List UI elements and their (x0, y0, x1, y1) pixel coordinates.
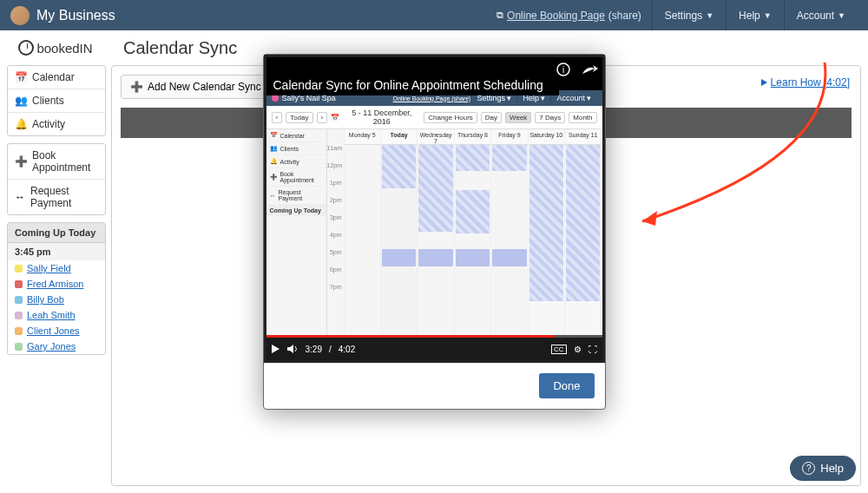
app-logo[interactable]: bookedIN (0, 40, 111, 56)
settings-menu[interactable]: Settings▼ (652, 0, 726, 30)
online-booking-link[interactable]: Online Booking Page (507, 10, 605, 22)
volume-icon[interactable] (286, 344, 299, 354)
appointment-row: Fred Armison (8, 276, 105, 292)
done-button[interactable]: Done (539, 373, 594, 398)
brand-title: My Business (36, 8, 496, 23)
help-menu[interactable]: Help▼ (726, 0, 784, 30)
coming-up-header: Coming Up Today (8, 223, 105, 243)
video-content: Sally's Nail Spa Online Booking Page (sh… (266, 57, 602, 335)
appointment-row: Sally Field (8, 260, 105, 276)
video-player[interactable]: i Calendar Sync for Online Appointment S… (264, 55, 605, 363)
svg-text:i: i (562, 65, 563, 75)
sidebar-item-label: Activity (32, 118, 65, 130)
appointment-link[interactable]: Client Jones (27, 325, 80, 336)
video-time-current: 3:29 (306, 345, 322, 354)
question-icon: ? (802, 462, 815, 475)
appointment-link[interactable]: Leah Smith (27, 310, 76, 320)
video-progress[interactable] (266, 335, 602, 338)
sidebar-item-label: Calendar (32, 71, 75, 83)
video-controls: 3:29 / 4:02 CC ⚙ ⛶ (266, 338, 602, 360)
sidebar-item-label: Request Payment (30, 185, 98, 209)
play-icon (761, 79, 767, 86)
logo-text: bookedIN (36, 41, 92, 56)
payment-icon: ↔ (15, 191, 25, 203)
coming-up-panel: Coming Up Today 3:45 pm Sally Field Fred… (7, 222, 106, 355)
add-calendar-sync-button[interactable]: ➕Add New Calendar Sync (121, 75, 271, 99)
plus-icon: ➕ (15, 155, 27, 168)
plus-icon: ➕ (130, 81, 143, 93)
video-modal: i Calendar Sync for Online Appointment S… (263, 54, 606, 410)
play-button[interactable] (272, 345, 279, 353)
appointment-link[interactable]: Billy Bob (27, 294, 64, 305)
sidebar-item-calendar[interactable]: 📅Calendar (8, 66, 105, 89)
clients-icon: 👥 (15, 95, 27, 107)
appointment-row: Gary Jones (8, 339, 105, 354)
info-icon[interactable]: i (554, 60, 573, 79)
nav-box: 📅Calendar 👥Clients 🔔Activity (7, 65, 106, 136)
coming-up-time: 3:45 pm (8, 243, 105, 260)
sidebar: 📅Calendar 👥Clients 🔔Activity ➕Book Appoi… (0, 65, 111, 493)
video-title: Calendar Sync for Online Appointment Sch… (266, 75, 559, 95)
learn-how-link[interactable]: Learn How [4:02] (761, 76, 850, 89)
request-payment-button[interactable]: ↔Request Payment (8, 180, 105, 214)
share-icon[interactable] (580, 60, 599, 79)
page-title: Calendar Sync (123, 38, 237, 58)
avatar[interactable] (10, 6, 30, 25)
help-fab[interactable]: ? Help (790, 456, 856, 481)
appointment-link[interactable]: Sally Field (27, 263, 71, 273)
account-menu[interactable]: Account▼ (784, 0, 858, 30)
sidebar-item-activity[interactable]: 🔔Activity (8, 113, 105, 135)
appointment-row: Billy Bob (8, 292, 105, 307)
book-appointment-button[interactable]: ➕Book Appointment (8, 144, 105, 180)
bell-icon: 🔔 (15, 118, 27, 130)
appointment-link[interactable]: Fred Armison (27, 279, 83, 289)
clock-icon (18, 40, 34, 56)
share-label[interactable]: (share) (608, 10, 641, 22)
cc-button[interactable]: CC (551, 345, 567, 354)
appointment-row: Client Jones (8, 323, 105, 339)
actions-box: ➕Book Appointment ↔Request Payment (7, 143, 106, 215)
sidebar-item-label: Book Appointment (32, 149, 98, 174)
external-link-icon: ⧉ (496, 10, 503, 21)
fullscreen-icon[interactable]: ⛶ (589, 345, 597, 354)
video-time-total: 4:02 (339, 345, 355, 354)
settings-gear-icon[interactable]: ⚙ (574, 345, 582, 354)
appointment-link[interactable]: Gary Jones (27, 341, 76, 352)
top-navbar: My Business ⧉ Online Booking Page (share… (0, 0, 868, 30)
appointment-row: Leah Smith (8, 307, 105, 323)
sidebar-item-clients[interactable]: 👥Clients (8, 89, 105, 113)
calendar-icon: 📅 (15, 71, 27, 83)
sidebar-item-label: Clients (32, 95, 64, 107)
